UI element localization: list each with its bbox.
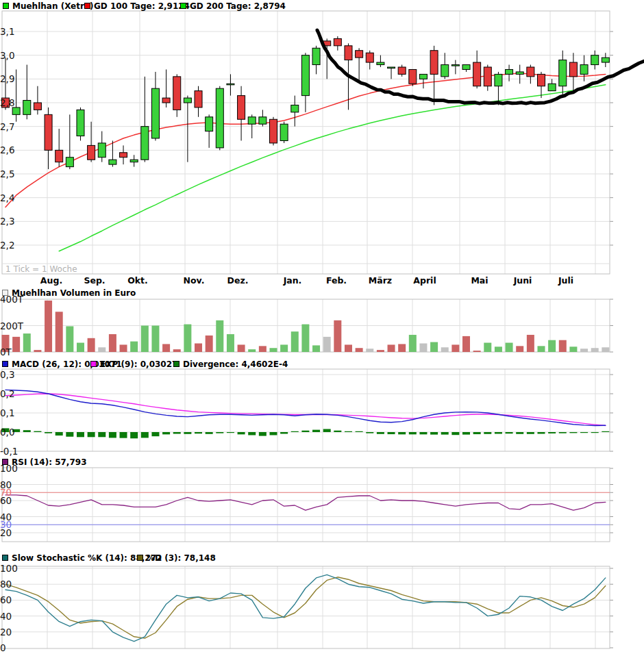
candle-body: [259, 117, 267, 124]
divergence-bar: [451, 432, 459, 435]
candle-body: [462, 65, 470, 70]
volume-bar: [120, 344, 127, 352]
candle-body: [120, 153, 127, 157]
volume-bar: [591, 348, 599, 352]
volume-bar: [77, 343, 84, 352]
candle-body: [559, 60, 567, 86]
divergence-bar: [280, 432, 288, 434]
volume-axis-label: 200T: [0, 320, 23, 331]
candle-body: [184, 98, 191, 103]
volume-bar: [366, 349, 373, 352]
candle-body: [430, 51, 438, 75]
divergence-bar: [516, 432, 523, 434]
divergence-bar: [248, 432, 256, 435]
divergence-bar: [301, 431, 309, 432]
volume-bar: [23, 333, 31, 352]
price-axis-label: 2,4: [0, 192, 14, 203]
price-axis-label: 2,7: [0, 121, 14, 132]
x-axis-month-label: Dez.: [227, 275, 249, 286]
candle-body: [377, 62, 384, 64]
volume-bar: [55, 312, 63, 352]
price-legend-item: GD 100 Tage: 2,9124: [84, 1, 190, 10]
candle-body: [419, 74, 427, 79]
volume-bar: [270, 348, 277, 352]
price-legend-item: Muehlhan (Xetra): [3, 1, 93, 10]
stoch-axis-label: 0: [0, 642, 6, 653]
divergence-bar: [162, 432, 170, 434]
volume-axis-label: 0T: [0, 346, 12, 357]
volume-bar: [506, 343, 513, 352]
candle-body: [473, 62, 481, 86]
volume-bar: [109, 334, 116, 352]
divergence-bar: [312, 430, 320, 432]
divergence-bar: [195, 432, 202, 433]
volume-bar: [569, 346, 577, 352]
volume-bar: [280, 344, 288, 352]
volume-bar: [238, 344, 245, 352]
rsi-legend-item: RSI (14): 57,793: [2, 457, 86, 466]
divergence-bar: [419, 432, 427, 434]
gd200-line: [59, 85, 606, 251]
volume-bar: [516, 346, 523, 352]
divergence-bar: [88, 432, 95, 437]
legend-swatch-icon: [137, 555, 143, 561]
candle-body: [151, 88, 159, 138]
price-axis-label: 2,9: [0, 73, 14, 84]
macd-line: [5, 390, 606, 425]
volume-bar: [473, 351, 481, 352]
candle-body: [506, 69, 513, 74]
exp-line: [5, 394, 606, 426]
divergence-bar: [23, 430, 31, 432]
divergence-bar: [34, 431, 41, 432]
candle-body: [388, 67, 395, 68]
divergence-bar: [409, 432, 417, 434]
macd-axis-label: 0,1: [0, 407, 14, 418]
rsi-axis-label: 60: [0, 495, 12, 506]
divergence-bar: [227, 432, 234, 433]
divergence-bar: [66, 432, 73, 437]
divergence-bar: [441, 432, 449, 435]
candle-body: [569, 62, 577, 77]
legend-swatch-icon: [84, 3, 90, 9]
divergence-bar: [527, 432, 534, 434]
divergence-bar: [473, 432, 481, 434]
divergence-bar: [398, 432, 406, 434]
candle-body: [173, 77, 181, 110]
macd-legend-item: EXP (9): 0,03027: [90, 359, 177, 368]
price-axis-label: 2,5: [0, 168, 14, 179]
candle-body: [109, 160, 116, 164]
volume-bar: [98, 347, 106, 352]
volume-bar: [227, 334, 234, 352]
x-axis-month-label: Mai: [471, 275, 488, 286]
volume-bar: [451, 344, 459, 352]
legend-swatch-icon: [90, 361, 97, 367]
candle-body: [206, 117, 213, 131]
rsi-axis-label: 20: [0, 527, 12, 538]
volume-bar: [151, 326, 159, 353]
candle-body: [23, 101, 31, 115]
legend-label: EXP (9): 0,03027: [100, 359, 177, 369]
candle-body: [398, 67, 406, 74]
divergence-bar: [495, 432, 502, 434]
volume-bar: [602, 347, 609, 352]
candle-body: [591, 55, 599, 65]
volume-bar: [195, 343, 202, 352]
divergence-bar: [345, 431, 352, 432]
volume-bar: [484, 343, 491, 352]
price-axis-label: 2,2: [0, 240, 14, 251]
volume-bar: [323, 337, 331, 352]
candle-body: [538, 74, 545, 86]
candle-body: [162, 98, 170, 103]
candle-body: [409, 69, 417, 84]
candle-body: [141, 127, 149, 160]
divergence-bar: [462, 432, 470, 435]
candle-body: [366, 53, 373, 62]
volume-bar: [334, 320, 341, 352]
divergence-bar: [506, 432, 513, 433]
rsi-plot-border: [2, 468, 610, 542]
volume-bar: [291, 331, 299, 352]
volume-bar: [356, 348, 363, 352]
volume-bar: [388, 344, 395, 352]
x-axis-month-label: Jan.: [284, 275, 302, 286]
x-axis-month-label: April: [413, 275, 436, 286]
